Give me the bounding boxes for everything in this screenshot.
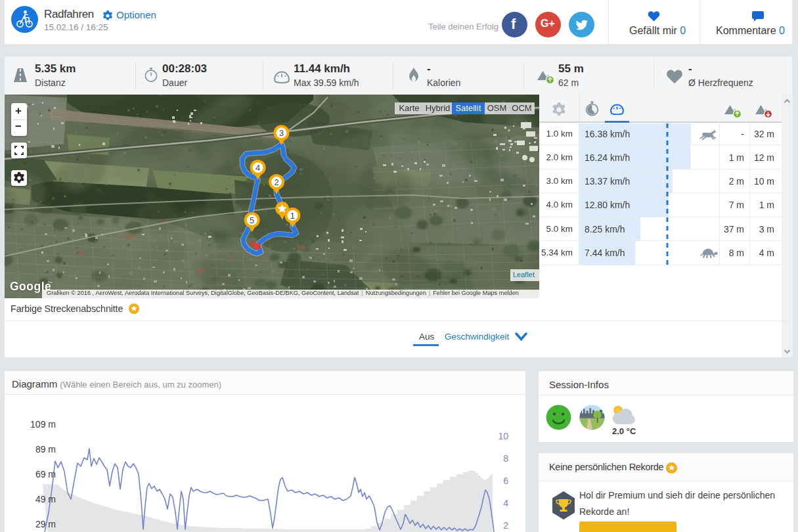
svg-text:4: 4 (255, 163, 260, 173)
svg-text:2: 2 (274, 177, 278, 187)
svg-text:1: 1 (290, 211, 295, 221)
svg-text:3: 3 (279, 128, 284, 138)
svg-text:5: 5 (250, 215, 254, 225)
